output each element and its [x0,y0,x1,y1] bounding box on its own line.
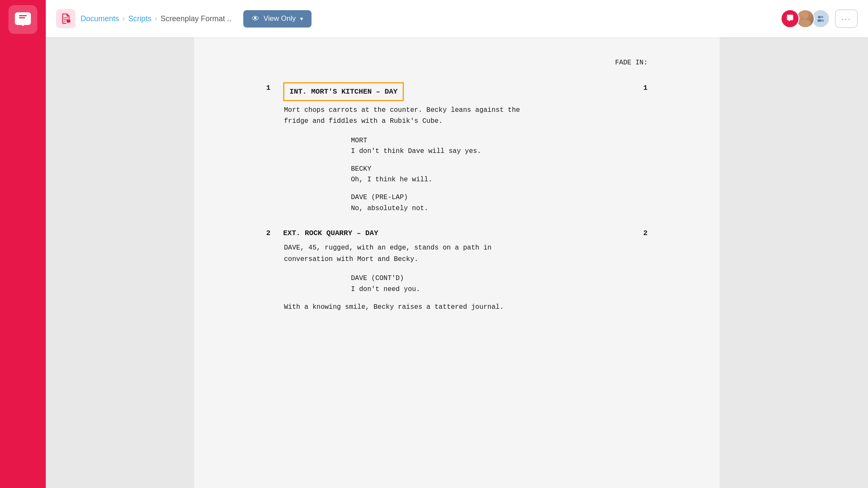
document-icon-container [56,9,75,28]
topbar-right: ··· [781,9,858,28]
document-icon [60,13,71,24]
scene-2-number-left: 2 [266,227,283,239]
dialogue-dave-contd: DAVE (CONT'D) I don't need you. [351,273,580,295]
dialogue-mort-line: I don't think Dave will say yes. [351,146,580,157]
scene-2-heading-row: 2 EXT. ROCK QUARRY – DAY 2 [266,227,648,239]
dialogue-becky: BECKY Oh, I think he will. [351,164,580,186]
breadcrumb-scripts[interactable]: Scripts [128,14,151,23]
character-dave-prelap: DAVE (PRE-LAP) [351,192,580,203]
topbar-left: Documents › Scripts › Screenplay Format … [56,9,781,28]
character-becky: BECKY [351,164,580,175]
scene-2-number-right: 2 [633,227,648,239]
svg-point-16 [821,19,824,22]
dialogue-dave-prelap: DAVE (PRE-LAP) No, absolutely not. [351,192,580,214]
more-options-button[interactable]: ··· [835,9,858,28]
scene-1-action: Mort chops carrots at the counter. Becky… [284,105,648,127]
breadcrumb-documents[interactable]: Documents [81,14,119,23]
dialogue-becky-line: Oh, I think he will. [351,175,580,186]
document-area: FADE IN: 1 INT. MORT'S KITCHEN – DAY 1 M… [194,37,720,488]
app-logo[interactable] [8,5,37,34]
svg-point-15 [821,16,823,19]
sidebar [0,0,46,488]
scene-2-heading: EXT. ROCK QUARRY – DAY [283,227,633,239]
breadcrumb: Documents › Scripts › Screenplay Format … [81,14,231,23]
view-only-label: View Only [264,14,296,23]
scene-1-number-right: 1 [633,82,648,94]
screenplay: FADE IN: 1 INT. MORT'S KITCHEN – DAY 1 M… [266,58,648,313]
eye-icon: 👁 [252,14,259,23]
dialogue-dave-contd-line: I don't need you. [351,284,580,295]
breadcrumb-sep-2: › [155,15,157,22]
scene-1-number-left: 1 [266,82,283,94]
breadcrumb-sep-1: › [122,15,125,22]
scene-1-heading-row: 1 INT. MORT'S KITCHEN – DAY 1 [266,82,648,101]
scene-2-action2: With a knowing smile, Becky raises a tat… [284,302,648,313]
view-only-button[interactable]: 👁 View Only ▾ [243,10,312,28]
avatar-group [781,9,830,28]
scene-1-heading: INT. MORT'S KITCHEN – DAY [283,82,633,101]
svg-point-14 [818,19,821,22]
topbar: Documents › Scripts › Screenplay Format … [46,0,868,37]
avatar-user1 [781,9,799,28]
chevron-down-icon: ▾ [300,15,303,22]
scene-2-action: DAVE, 45, rugged, with an edge, stands o… [284,242,648,265]
fade-in: FADE IN: [266,58,648,69]
svg-point-2 [22,23,24,26]
character-mort: MORT [351,136,580,147]
scene-1-heading-text: INT. MORT'S KITCHEN – DAY [283,82,404,101]
svg-point-12 [800,19,810,27]
breadcrumb-current: Screenplay Format .. [161,14,231,23]
svg-point-13 [818,16,821,18]
dialogue-dave-prelap-line: No, absolutely not. [351,203,580,214]
svg-point-11 [802,12,809,19]
dialogue-mort: MORT I don't think Dave will say yes. [351,136,580,157]
character-dave-contd: DAVE (CONT'D) [351,273,580,284]
main-content: FADE IN: 1 INT. MORT'S KITCHEN – DAY 1 M… [46,0,868,488]
